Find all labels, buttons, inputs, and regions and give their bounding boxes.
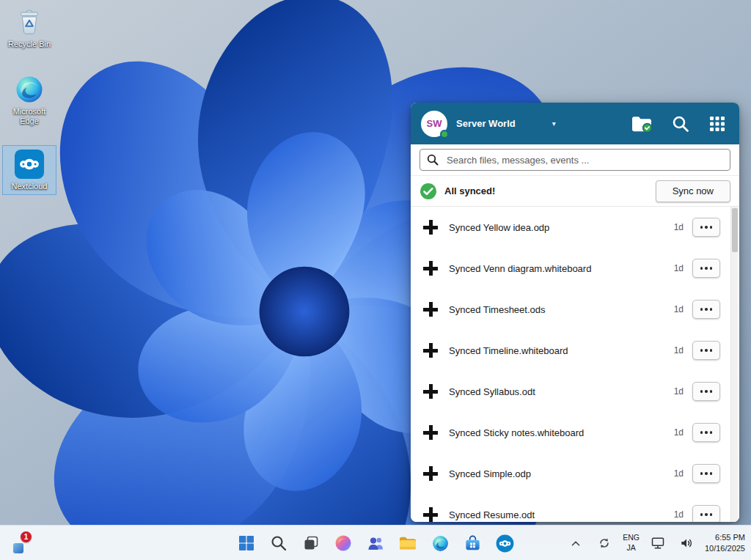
sync-status-text: All synced! <box>444 185 495 196</box>
language-primary: ENG <box>623 533 640 543</box>
chevron-up-icon <box>569 537 582 550</box>
microsoft-store-icon <box>464 534 482 553</box>
notification-badge: 1 <box>21 531 32 542</box>
edge-icon <box>431 534 450 553</box>
file-time: 1d <box>674 468 684 479</box>
search-input[interactable] <box>420 149 730 171</box>
sync-now-button[interactable]: Sync now <box>656 180 730 202</box>
scrollbar-thumb[interactable] <box>732 208 738 252</box>
file-time: 1d <box>674 263 684 273</box>
nextcloud-icon <box>14 149 45 180</box>
teams-icon <box>367 534 384 552</box>
header-search-button[interactable] <box>671 114 690 133</box>
desktop-icon-recycle-bin[interactable]: Recycle Bin <box>2 3 56 53</box>
account-caret-icon[interactable]: ▾ <box>552 119 556 128</box>
file-placeholder-icon <box>422 465 439 482</box>
file-title: Synced Syllabus.odt <box>449 386 535 397</box>
recent-file-row[interactable]: Synced Simple.odp 1d <box>411 453 739 494</box>
file-title: Synced Simple.odp <box>449 468 531 479</box>
taskbar-search-button[interactable] <box>264 528 293 558</box>
clock[interactable]: 6:55 PM 10/16/2025 <box>705 532 745 554</box>
account-avatar[interactable]: SW <box>421 111 447 137</box>
window-header: SW Server World ▾ <box>411 103 739 144</box>
account-name[interactable]: Server World <box>456 118 516 129</box>
file-placeholder-icon <box>422 260 439 276</box>
apps-grid-button[interactable] <box>708 115 726 133</box>
clock-date: 10/16/2025 <box>705 543 745 554</box>
recent-file-row[interactable]: Synced Syllabus.odt 1d <box>411 371 739 412</box>
recent-file-row[interactable]: Synced Sticky notes.whiteboard 1d <box>411 412 739 453</box>
recycle-bin-icon <box>14 7 45 37</box>
copilot-button[interactable] <box>329 528 358 558</box>
file-menu-button[interactable] <box>692 218 720 237</box>
nextcloud-client-window: SW Server World ▾ <box>411 103 739 522</box>
desktop-icon-microsoft-edge[interactable]: Microsoft Edge <box>2 70 56 130</box>
file-menu-button[interactable] <box>692 382 720 401</box>
file-time: 1d <box>674 427 684 438</box>
recent-activity-list: Synced Yellow idea.odp 1d Synced Venn di… <box>411 207 739 522</box>
file-title: Synced Timeline.whiteboard <box>449 345 568 356</box>
tray-notification-icon[interactable]: 1 <box>12 531 34 556</box>
language-secondary: JA <box>623 543 640 553</box>
icon-label: Nextcloud <box>12 182 48 191</box>
tray-mini-app-icon <box>13 543 23 553</box>
file-time: 1d <box>674 509 684 520</box>
recent-file-row[interactable]: Synced Venn diagram.whiteboard 1d <box>411 248 739 289</box>
search-icon <box>270 534 287 552</box>
icon-label: Recycle Bin <box>8 40 51 49</box>
recent-file-row[interactable]: Synced Timesheet.ods 1d <box>411 289 739 330</box>
icon-label: Microsoft Edge <box>4 107 54 126</box>
file-placeholder-icon <box>422 219 439 235</box>
start-button[interactable] <box>232 528 261 558</box>
file-time: 1d <box>674 304 684 314</box>
file-placeholder-icon <box>422 424 439 441</box>
recent-file-row[interactable]: Synced Yellow idea.odp 1d <box>411 207 739 248</box>
open-local-folder-button[interactable] <box>631 114 653 133</box>
file-title: Synced Resume.odt <box>449 509 535 520</box>
avatar-initials: SW <box>427 118 442 129</box>
file-menu-button[interactable] <box>692 464 720 483</box>
volume-tray-button[interactable] <box>676 531 697 555</box>
file-placeholder-icon <box>422 342 439 358</box>
copilot-icon <box>334 534 352 552</box>
recent-file-row[interactable]: Synced Timeline.whiteboard 1d <box>411 330 739 371</box>
file-menu-button[interactable] <box>692 423 720 442</box>
file-menu-button[interactable] <box>692 300 720 319</box>
file-title: Synced Sticky notes.whiteboard <box>449 427 584 438</box>
file-time: 1d <box>674 345 684 355</box>
tray-sync-button[interactable] <box>594 531 615 555</box>
taskbar: 1 <box>0 525 751 560</box>
desktop-icon-nextcloud[interactable]: Nextcloud <box>2 145 56 195</box>
edge-icon <box>14 74 45 105</box>
search-row <box>411 144 739 176</box>
task-view-button[interactable] <box>296 528 326 558</box>
file-title: Synced Timesheet.ods <box>449 304 546 315</box>
teams-chat-button[interactable] <box>361 528 390 558</box>
network-icon <box>651 536 665 550</box>
file-menu-button[interactable] <box>692 259 720 278</box>
task-view-icon <box>302 534 320 552</box>
file-placeholder-icon <box>422 301 439 317</box>
all-synced-check-icon <box>420 183 437 200</box>
sync-arrows-icon <box>598 537 611 550</box>
edge-button[interactable] <box>425 528 455 558</box>
file-menu-button[interactable] <box>692 341 720 360</box>
speaker-icon <box>679 536 694 550</box>
file-explorer-icon <box>398 534 417 553</box>
recent-file-row[interactable]: Synced Resume.odt 1d <box>411 494 739 522</box>
language-switcher[interactable]: ENG JA <box>623 533 640 553</box>
online-status-dot <box>440 130 449 139</box>
tray-overflow-button[interactable] <box>565 531 586 555</box>
file-time: 1d <box>674 386 684 397</box>
network-tray-button[interactable] <box>648 531 668 555</box>
file-menu-button[interactable] <box>692 505 720 522</box>
file-time: 1d <box>674 222 684 232</box>
file-explorer-button[interactable] <box>393 528 422 558</box>
scrollbar-track[interactable] <box>730 207 738 522</box>
file-placeholder-icon <box>422 383 439 399</box>
search-field-icon <box>427 154 439 166</box>
nextcloud-taskbar-button[interactable] <box>490 528 519 558</box>
microsoft-store-button[interactable] <box>458 528 487 558</box>
windows-logo-icon <box>238 534 255 552</box>
clock-time: 6:55 PM <box>705 532 745 543</box>
